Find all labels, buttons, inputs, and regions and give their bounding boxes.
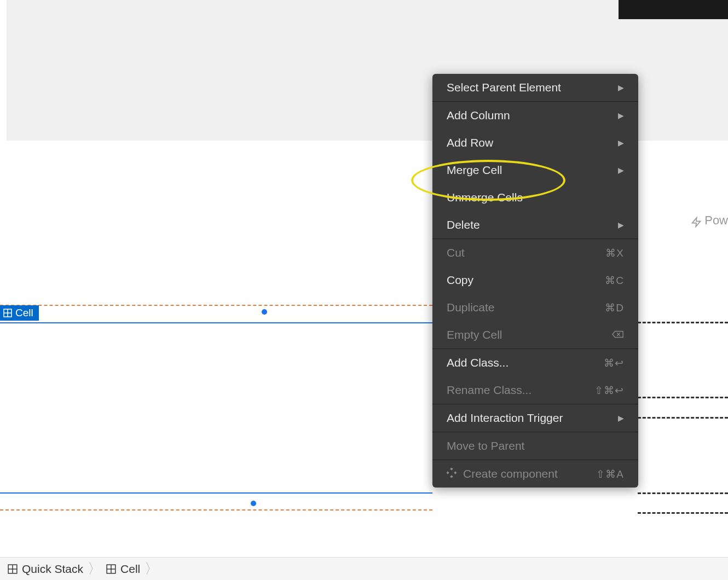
menu-label: Add Column <box>447 109 510 122</box>
grid-icon <box>106 564 116 574</box>
menu-move-to-parent: Move to Parent <box>432 432 638 460</box>
shortcut-label: ⌘X <box>605 247 624 259</box>
menu-label: Empty Cell <box>447 328 502 341</box>
selection-handle-top[interactable] <box>262 309 267 315</box>
menu-add-row[interactable]: Add Row ▶ <box>432 129 638 156</box>
submenu-arrow-icon: ▶ <box>618 166 624 175</box>
menu-add-class[interactable]: Add Class... ⌘↩ <box>432 349 638 376</box>
menu-label: Duplicate <box>447 301 495 314</box>
submenu-arrow-icon: ▶ <box>618 111 624 120</box>
toolbar-corner <box>619 0 728 19</box>
guide-ext-3 <box>638 417 728 419</box>
grid-icon <box>8 564 18 574</box>
submenu-arrow-icon: ▶ <box>618 138 624 147</box>
submenu-arrow-icon: ▶ <box>618 83 624 92</box>
menu-label: Delete <box>447 218 480 231</box>
backspace-icon <box>612 328 624 341</box>
menu-label: Add Interaction Trigger <box>447 411 563 425</box>
context-menu: Select Parent Element ▶ Add Column ▶ Add… <box>432 74 638 488</box>
power-label: Pow <box>704 213 728 228</box>
selected-element-label: Cell <box>15 307 33 319</box>
selected-element-badge[interactable]: Cell <box>0 305 39 321</box>
guide-line-orange-bottom <box>0 509 432 511</box>
guide-ext-4 <box>638 492 728 494</box>
menu-select-parent[interactable]: Select Parent Element ▶ <box>432 74 638 101</box>
submenu-arrow-icon: ▶ <box>618 414 624 422</box>
breadcrumb-label: Cell <box>120 562 140 576</box>
selection-border-top <box>0 322 432 323</box>
menu-label: Add Row <box>447 136 493 149</box>
svg-rect-9 <box>450 475 453 478</box>
selection-handle-bottom[interactable] <box>251 501 256 506</box>
menu-label: Rename Class... <box>447 384 531 397</box>
menu-add-interaction-trigger[interactable]: Add Interaction Trigger ▶ <box>432 404 638 432</box>
guide-ext-2 <box>638 397 728 398</box>
guide-ext-1 <box>638 322 728 323</box>
menu-unmerge-cells[interactable]: Unmerge Cells <box>432 184 638 211</box>
guide-line-orange-top <box>0 305 432 306</box>
menu-label: Unmerge Cells <box>447 191 523 204</box>
lightning-icon <box>691 217 702 228</box>
menu-label: Copy <box>447 274 473 287</box>
shortcut-label: ⇧⌘A <box>596 468 624 480</box>
menu-label: Cut <box>447 246 465 259</box>
menu-add-column[interactable]: Add Column ▶ <box>432 102 638 129</box>
breadcrumb-cell[interactable]: Cell <box>99 558 148 580</box>
menu-rename-class: Rename Class... ⇧⌘↩ <box>432 376 638 404</box>
cell-icon <box>3 309 12 317</box>
component-icon <box>447 467 457 480</box>
guide-ext-5 <box>638 512 728 514</box>
shortcut-label: ⇧⌘↩ <box>594 384 624 397</box>
shortcut-label: ⌘↩ <box>604 357 624 369</box>
menu-delete[interactable]: Delete ▶ <box>432 211 638 239</box>
breadcrumb-label: Quick Stack <box>22 562 83 576</box>
svg-rect-7 <box>447 471 449 474</box>
menu-empty-cell: Empty Cell <box>432 321 638 349</box>
svg-marker-0 <box>692 218 701 227</box>
selection-border-bottom <box>0 492 432 494</box>
menu-label: Move to Parent <box>447 439 524 453</box>
menu-duplicate: Duplicate ⌘D <box>432 294 638 321</box>
svg-rect-8 <box>454 471 457 474</box>
menu-label: Create component <box>463 467 558 480</box>
menu-cut: Cut ⌘X <box>432 239 638 266</box>
menu-label: Add Class... <box>447 356 509 369</box>
svg-rect-6 <box>450 468 453 471</box>
menu-create-component: Create component ⇧⌘A <box>432 460 638 488</box>
shortcut-label: ⌘D <box>605 301 624 314</box>
breadcrumb-quick-stack[interactable]: Quick Stack <box>0 558 91 580</box>
menu-copy[interactable]: Copy ⌘C <box>432 266 638 294</box>
menu-label: Merge Cell <box>447 164 502 177</box>
shortcut-label: ⌘C <box>605 274 624 287</box>
breadcrumb: Quick Stack 〉 Cell 〉 <box>0 557 728 580</box>
submenu-arrow-icon: ▶ <box>618 221 624 229</box>
menu-merge-cell[interactable]: Merge Cell ▶ <box>432 156 638 184</box>
menu-label: Select Parent Element <box>447 81 561 94</box>
